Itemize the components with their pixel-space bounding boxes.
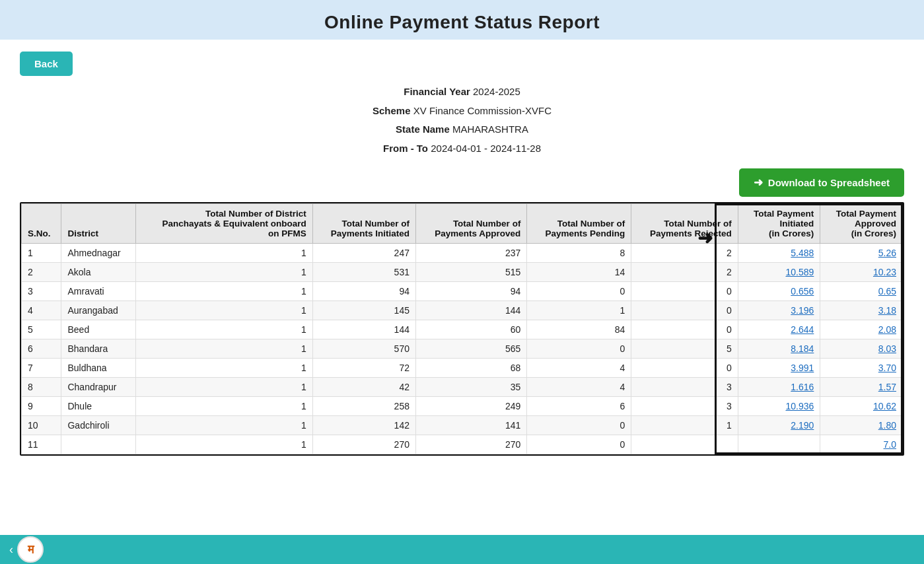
table-cell[interactable]: 0.65 [820, 282, 903, 301]
download-btn-label: Download to Spreadsheet [768, 177, 890, 188]
table-cell: 0 [527, 339, 631, 359]
table-cell [631, 435, 738, 454]
table-cell: 145 [312, 301, 415, 320]
table-cell: 5 [22, 320, 61, 339]
table-cell[interactable]: 10.936 [738, 397, 820, 416]
table-cell: 237 [415, 244, 526, 263]
table-cell: 94 [415, 282, 526, 301]
table-cell: 531 [312, 263, 415, 282]
data-table-wrapper[interactable]: S.No. District Total Number of DistrictP… [20, 202, 904, 456]
table-cell: 1 [135, 435, 312, 454]
table-cell[interactable]: 2.08 [820, 320, 903, 339]
table-cell: 1 [135, 301, 312, 320]
table-cell: 247 [312, 244, 415, 263]
table-cell: 68 [415, 359, 526, 378]
table-cell[interactable]: 1.616 [738, 378, 820, 397]
table-cell: Buldhana [61, 359, 135, 378]
table-cell: 1 [135, 378, 312, 397]
table-cell[interactable]: 3.18 [820, 301, 903, 320]
table-cell[interactable]: 0.656 [738, 282, 820, 301]
table-row: 5Beed1144608402.6442.08 [22, 320, 903, 339]
table-cell[interactable]: 1.80 [820, 416, 903, 435]
table-cell: 515 [415, 263, 526, 282]
table-cell[interactable]: 7.0 [820, 435, 903, 454]
download-arrow-icon: ➜ [754, 176, 763, 190]
table-cell[interactable]: 3.196 [738, 301, 820, 320]
table-row: 4Aurangabad1145144103.1963.18 [22, 301, 903, 320]
table-row: 8Chandrapur14235431.6161.57 [22, 378, 903, 397]
table-cell: 249 [415, 397, 526, 416]
table-cell[interactable] [738, 435, 820, 454]
payments-table: S.No. District Total Number of DistrictP… [21, 203, 903, 454]
table-cell[interactable]: 3.991 [738, 359, 820, 378]
table-cell: 6 [22, 339, 61, 359]
back-button[interactable]: Back [20, 52, 73, 76]
download-spreadsheet-button[interactable]: ➜ Download to Spreadsheet [739, 168, 904, 197]
table-cell: 5 [631, 339, 738, 359]
from-to-label: From - To [383, 143, 428, 154]
table-cell: 60 [415, 320, 526, 339]
table-cell: 84 [527, 320, 631, 339]
table-cell: 4 [527, 378, 631, 397]
table-cell[interactable]: 1.57 [820, 378, 903, 397]
table-cell: Gadchiroli [61, 416, 135, 435]
table-cell: 42 [312, 378, 415, 397]
table-cell: Chandrapur [61, 378, 135, 397]
table-cell: 1 [135, 359, 312, 378]
table-cell: 3 [631, 397, 738, 416]
table-cell[interactable]: 3.70 [820, 359, 903, 378]
table-cell: 1 [135, 244, 312, 263]
table-cell: 1 [135, 397, 312, 416]
bottom-logo: म [17, 536, 44, 563]
table-cell[interactable]: 8.03 [820, 339, 903, 359]
bottom-chevron-icon[interactable]: ‹ [9, 543, 13, 557]
table-cell: 8 [22, 378, 61, 397]
table-row: 1Ahmednagar1247237825.4885.26 [22, 244, 903, 263]
table-cell[interactable]: 10.62 [820, 397, 903, 416]
financial-year-label: Financial Year [404, 86, 470, 97]
table-cell: 10 [22, 416, 61, 435]
from-to-value: 2024-04-01 - 2024-11-28 [431, 143, 541, 154]
state-value: MAHARASHTRA [452, 123, 528, 135]
table-cell: 3 [22, 282, 61, 301]
table-cell: 1 [135, 320, 312, 339]
table-cell: Ahmednagar [61, 244, 135, 263]
table-cell: 2 [22, 263, 61, 282]
table-cell: 2 [631, 244, 738, 263]
table-cell: 1 [527, 301, 631, 320]
table-cell[interactable]: 10.589 [738, 263, 820, 282]
scheme-value: XV Finance Commission-XVFC [413, 105, 551, 116]
table-cell[interactable]: 5.488 [738, 244, 820, 263]
table-cell: 0 [631, 301, 738, 320]
table-cell[interactable]: 10.23 [820, 263, 903, 282]
table-cell: 2 [631, 263, 738, 282]
table-header-row: S.No. District Total Number of DistrictP… [22, 204, 903, 244]
table-cell[interactable]: 2.644 [738, 320, 820, 339]
col-amt-approved: Total PaymentApproved(in Crores) [820, 204, 903, 244]
table-cell: Beed [61, 320, 135, 339]
table-cell: 565 [415, 339, 526, 359]
table-cell: 1 [22, 244, 61, 263]
table-cell: 1 [135, 282, 312, 301]
table-cell: 7 [22, 359, 61, 378]
table-cell: 35 [415, 378, 526, 397]
table-row: 2Akola153151514210.58910.23 [22, 263, 903, 282]
table-cell: 0 [631, 320, 738, 339]
state-label: State Name [396, 123, 450, 135]
table-cell[interactable]: 5.26 [820, 244, 903, 263]
table-row: 11127027007.0 [22, 435, 903, 454]
table-cell: 144 [415, 301, 526, 320]
col-onboard: Total Number of DistrictPanchayats & Equ… [135, 204, 312, 244]
table-cell: 4 [22, 301, 61, 320]
table-cell[interactable]: 8.184 [738, 339, 820, 359]
table-row: 7Buldhana17268403.9913.70 [22, 359, 903, 378]
table-cell[interactable]: 2.190 [738, 416, 820, 435]
state-row: State Name MAHARASHTRA [20, 120, 904, 139]
table-cell: 14 [527, 263, 631, 282]
table-cell: 1 [135, 339, 312, 359]
table-row: 10Gadchiroli1142141012.1901.80 [22, 416, 903, 435]
table-cell: Akola [61, 263, 135, 282]
table-cell: 4 [527, 359, 631, 378]
table-cell: 1 [135, 416, 312, 435]
table-cell: 9 [22, 397, 61, 416]
